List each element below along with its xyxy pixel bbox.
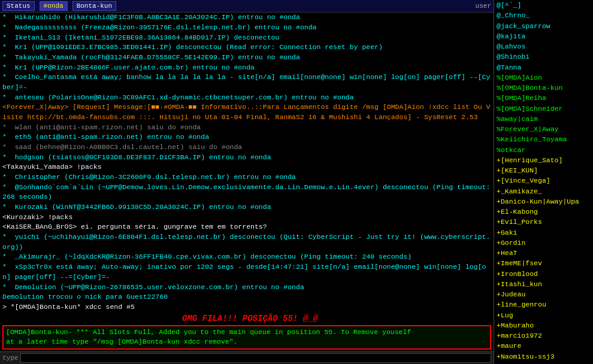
chat-line: <Takayuki_Yamada> !packs [2, 162, 491, 172]
user-item[interactable]: +Naomitsu-ssj3 [495, 351, 592, 362]
chat-line: * Christopher (Chris@Rizon-3C2600F9.dsl.… [2, 172, 491, 183]
user-item[interactable]: +Evil_Porks [495, 217, 592, 227]
tab-status[interactable]: Status [2, 1, 35, 11]
header-bar: Status #onda Bonta-kun user [0, 0, 494, 13]
chat-line: * @Sonhando`com`a`Lin (~UPP@Demow.loves.… [2, 183, 491, 202]
user-item[interactable]: @jack_sparrow [495, 21, 592, 31]
user-item[interactable]: +ImeME|fsev [495, 258, 592, 268]
chat-line: > *[OMDA]Bonta-kun* xdcc send #5 [2, 302, 491, 313]
user-item[interactable]: +Gaki [495, 228, 592, 238]
user-item[interactable]: @kajita [495, 31, 592, 41]
chat-line: * xSp3cTr0x está away; Auto-away; inativ… [2, 262, 491, 282]
user-label: user [476, 2, 491, 10]
chat-line: <Kurozaki> !packs [2, 213, 491, 223]
user-item[interactable]: %Keiichiro_Toyama [495, 134, 592, 144]
chat-line: * yuichi (~uchihayui@Rizon-6E804F1.dsl.t… [2, 232, 491, 252]
user-item[interactable]: +El-Kabong [495, 207, 592, 217]
chat-line: <Forever_X|Away> [Request] Message:[■■·#… [2, 102, 491, 122]
main-panel: Status #onda Bonta-kun user * bankai (Ba… [0, 0, 494, 364]
user-item[interactable]: +_Kamikaze_ [495, 186, 592, 196]
user-item[interactable]: @Shinobi [495, 51, 592, 62]
highlighted-box: [OMDA]Bonta-kun- *** All Slots Full, Add… [2, 325, 491, 350]
user-item[interactable]: %[OMDA]Aion [495, 72, 592, 83]
chat-line: * Nadegasssssssss (Freeza@Rizon-3957176E… [2, 23, 491, 33]
user-item[interactable]: @Tanna [495, 62, 592, 72]
user-item[interactable]: %[OMDA]Schneider [495, 104, 592, 114]
user-item[interactable]: %otkcar [495, 145, 592, 155]
chat-line: * Hikarushido (Hikarushid@F1C3F0B.A8BC3A… [2, 13, 491, 23]
chat-line: * hodgson (tsiatsos@0CF193D8.DE3F837.D1C… [2, 153, 491, 163]
user-item[interactable]: +[Vince_Vega] [495, 175, 592, 186]
user-item[interactable]: %[OMDA]Bonta-kun [495, 83, 592, 93]
user-item[interactable]: +[Henrique_Sato] [495, 155, 592, 165]
chat-line: * Kr1 (UPP@1091EDE3.E7BC985.3ED01441.IP)… [2, 43, 491, 53]
user-item[interactable]: +maure [495, 341, 592, 351]
tab-bonta[interactable]: Bonta-kun [72, 1, 116, 11]
user-item[interactable]: +Itashi_kun [495, 279, 592, 289]
user-item[interactable]: %[OMDA]Reiha [495, 93, 592, 103]
chat-line: * Coelho_Fantasma está away; banhow la l… [2, 72, 491, 92]
user-item[interactable]: @Lahvos [495, 41, 592, 51]
chat-line: * Kr1 (UPP@Rizon-2BE4866F.user.ajato.com… [2, 63, 491, 73]
omg-fila-text: OMG FILA!!! POSIÇÃO 55! @_@ [2, 313, 491, 324]
chat-line: * _Akimurajr_ (~ldqXdcKR@Rizon-36FF1FB40… [2, 252, 491, 262]
user-item[interactable]: %away|caim [495, 114, 592, 124]
tab-onda[interactable]: #onda [40, 1, 68, 11]
input-type-label: type [2, 354, 18, 362]
user-item[interactable]: +OCara[away] [495, 362, 592, 364]
chat-line: * eth5 (anti@anti-spam.rizon.net) entrou… [2, 132, 491, 142]
user-item[interactable]: +Danico-Kun|Away|Upa [495, 196, 592, 207]
user-item[interactable]: @_Chrno_ [495, 10, 592, 20]
chat-line: * Kurozaki (WinNT@3442FB6D.99138C5D.20A3… [2, 202, 491, 213]
chat-input[interactable] [20, 353, 491, 363]
chat-line: * Takayuki_Yamada (rocFh@3124FAEB.D75558… [2, 53, 491, 63]
user-item[interactable]: %Forever_X|Away [495, 124, 592, 134]
highlighted-line: at a later time type "/msg [OMDA]Bonta-k… [6, 337, 488, 347]
userlist[interactable]: @[^`_]@_Chrno_@jack_sparrow@kajita@Lahvo… [494, 0, 593, 364]
chat-area[interactable]: * bankai (Bankai@Rizon-302520A2.dsl.tele… [0, 13, 494, 351]
chat-line: * wlan (anti@anti-spam.rizon.net) saiu d… [2, 123, 491, 133]
user-item[interactable]: +Gordin [495, 238, 592, 248]
user-item[interactable]: +line_genrou [495, 299, 592, 310]
chat-line: * Demolution (~UPP@Rizon-26786535.user.v… [2, 283, 491, 293]
user-item[interactable]: +Maburaho [495, 320, 592, 330]
chat-line: Demolution trocou o nick para Guest22760 [2, 292, 491, 302]
user-item[interactable]: +[KEI_KUN] [495, 165, 592, 175]
input-area: type [0, 351, 494, 364]
user-item[interactable]: @[^`_] [495, 0, 592, 10]
chat-line: * Iketani_S13 (Iketani_S1072EBE98.36A138… [2, 33, 491, 43]
chat-line: <KaiSER_BAnG_BrOS> ei. pergunta séria. g… [2, 222, 491, 232]
chat-line: * saad (behne@Rizon-A0BB0C3.dsl.cautel.n… [2, 142, 491, 153]
right-panel: @[^`_]@_Chrno_@jack_sparrow@kajita@Lahvo… [494, 0, 593, 364]
user-item[interactable]: +Lug [495, 310, 592, 320]
chat-line: * anteseu (PolarisOne@Rizon-3C89AFC1.xd-… [2, 93, 491, 103]
user-item[interactable]: +HeaT [495, 248, 592, 258]
user-item[interactable]: +IronBlood [495, 269, 592, 279]
user-item[interactable]: +marcio1972 [495, 330, 592, 341]
highlighted-line: [OMDA]Bonta-kun- *** All Slots Full, Add… [6, 327, 488, 338]
user-item[interactable]: +Judeau [495, 289, 592, 299]
